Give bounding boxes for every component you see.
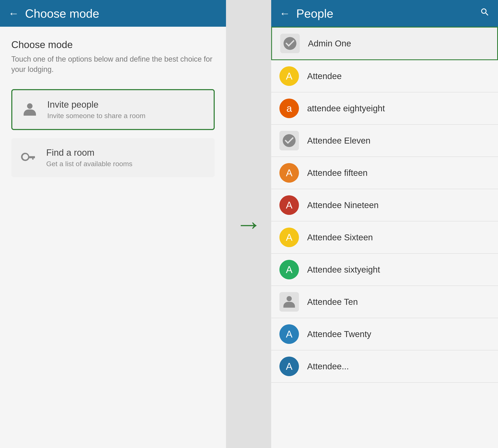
right-panel: ← People Admin OneAAttendeeaattendee eig… xyxy=(271,0,498,448)
find-room-card[interactable]: Find a room Get a list of available room… xyxy=(11,138,215,177)
page-subtitle: Touch one of the options below and defin… xyxy=(11,54,215,75)
left-content: Choose mode Touch one of the options bel… xyxy=(0,27,226,448)
flow-arrow-container: → xyxy=(226,0,271,448)
person-name-attendee-eightyeight: attendee eightyeight xyxy=(307,104,385,113)
avatar-attendee-eightyeight: a xyxy=(279,99,299,118)
right-header-title: People xyxy=(296,7,474,20)
person-item-attendee-ten[interactable]: Attendee Ten xyxy=(271,286,498,318)
left-header: ← Choose mode xyxy=(0,0,226,27)
find-room-subtitle: Get a list of available rooms xyxy=(46,160,132,168)
search-icon[interactable] xyxy=(480,7,490,19)
person-name-attendee-ten: Attendee Ten xyxy=(307,297,358,307)
person-item-attendee-eightyeight[interactable]: aattendee eightyeight xyxy=(271,93,498,125)
person-name-attendee-extra: Attendee... xyxy=(307,362,349,371)
keys-icon xyxy=(19,148,38,167)
invite-people-subtitle: Invite someone to share a room xyxy=(47,112,145,120)
person-item-attendee-sixtyeight[interactable]: AAttendee sixtyeight xyxy=(271,254,498,286)
avatar-attendee-eleven xyxy=(279,131,299,150)
person-name-attendee-fifteen: Attendee fifteen xyxy=(307,168,368,178)
person-item-attendee-eleven[interactable]: Attendee Eleven xyxy=(271,125,498,157)
person-item-attendee-twenty[interactable]: AAttendee Twenty xyxy=(271,318,498,351)
page-title: Choose mode xyxy=(11,39,215,50)
avatar-attendee-ten xyxy=(279,292,299,312)
person-item-admin-one[interactable]: Admin One xyxy=(271,27,498,60)
left-header-title: Choose mode xyxy=(25,7,99,20)
svg-point-1 xyxy=(287,296,292,301)
people-list: Admin OneAAttendeeaattendee eightyeight … xyxy=(271,27,498,448)
avatar-attendee-sixtyeight: A xyxy=(279,260,299,279)
person-name-attendee-nineteen: Attendee Nineteen xyxy=(307,200,379,210)
right-back-button[interactable]: ← xyxy=(279,8,290,19)
flow-arrow: → xyxy=(235,211,262,238)
person-item-attendee-sixteen[interactable]: AAttendee Sixteen xyxy=(271,222,498,254)
person-name-attendee-twenty: Attendee Twenty xyxy=(307,329,371,339)
person-name-attendee: Attendee xyxy=(307,71,342,81)
person-name-attendee-eleven: Attendee Eleven xyxy=(307,136,370,146)
find-room-text: Find a room Get a list of available room… xyxy=(46,147,132,168)
avatar-attendee-nineteen: A xyxy=(279,195,299,215)
person-item-attendee-fifteen[interactable]: AAttendee fifteen xyxy=(271,157,498,189)
avatar-attendee-twenty: A xyxy=(279,324,299,344)
invite-people-text: Invite people Invite someone to share a … xyxy=(47,99,145,120)
person-icon xyxy=(20,100,39,119)
person-item-attendee-extra[interactable]: AAttendee... xyxy=(271,351,498,383)
person-name-attendee-sixteen: Attendee Sixteen xyxy=(307,233,373,242)
svg-point-0 xyxy=(27,103,33,109)
person-name-admin-one: Admin One xyxy=(308,39,351,48)
avatar-attendee-fifteen: A xyxy=(279,163,299,183)
invite-people-title: Invite people xyxy=(47,99,145,110)
avatar-admin-one xyxy=(280,34,300,53)
right-header: ← People xyxy=(271,0,498,27)
person-item-attendee[interactable]: AAttendee xyxy=(271,60,498,93)
avatar-attendee: A xyxy=(279,66,299,86)
invite-people-card[interactable]: Invite people Invite someone to share a … xyxy=(11,89,215,130)
find-room-title: Find a room xyxy=(46,147,132,158)
avatar-attendee-sixteen: A xyxy=(279,228,299,247)
avatar-attendee-extra: A xyxy=(279,357,299,376)
person-item-attendee-nineteen[interactable]: AAttendee Nineteen xyxy=(271,189,498,222)
left-back-button[interactable]: ← xyxy=(8,8,19,19)
left-panel: ← Choose mode Choose mode Touch one of t… xyxy=(0,0,226,448)
person-name-attendee-sixtyeight: Attendee sixtyeight xyxy=(307,265,380,275)
